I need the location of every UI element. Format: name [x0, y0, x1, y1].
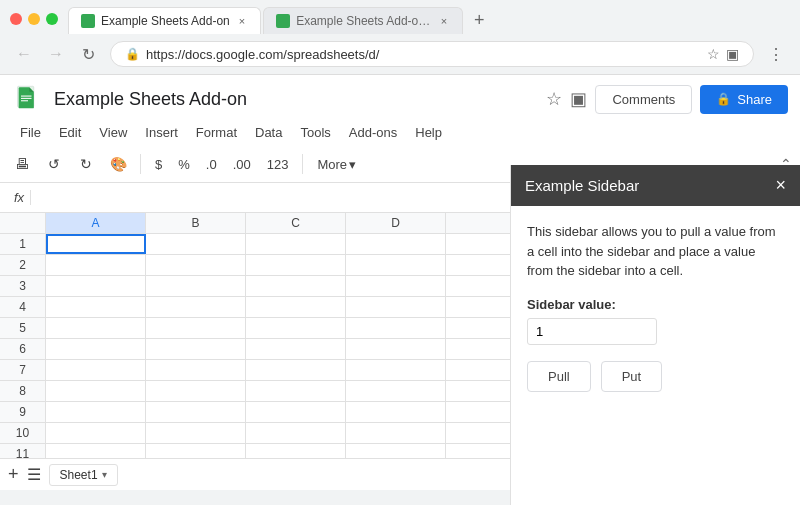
cell-a9[interactable] — [46, 402, 146, 422]
cell-b6[interactable] — [146, 339, 246, 359]
cell-c10[interactable] — [246, 423, 346, 443]
more-button[interactable]: More ▾ — [311, 155, 362, 174]
cell-c9[interactable] — [246, 402, 346, 422]
cell-c8[interactable] — [246, 381, 346, 401]
cell-d4[interactable] — [346, 297, 446, 317]
cell-d2[interactable] — [346, 255, 446, 275]
sheets-list-button[interactable]: ☰ — [27, 465, 41, 484]
decimal-dec-button[interactable]: .0 — [200, 155, 223, 174]
star-button[interactable]: ☆ — [546, 88, 562, 110]
column-header-c[interactable]: C — [246, 213, 346, 233]
cell-c2[interactable] — [246, 255, 346, 275]
sheet-tab[interactable]: Sheet1 ▾ — [49, 464, 118, 486]
cell-d10[interactable] — [346, 423, 446, 443]
row-number-11[interactable]: 11 — [0, 444, 46, 458]
cell-c5[interactable] — [246, 318, 346, 338]
row-number-7[interactable]: 7 — [0, 360, 46, 380]
comments-button[interactable]: Comments — [595, 85, 692, 114]
cell-a10[interactable] — [46, 423, 146, 443]
row-number-1[interactable]: 1 — [0, 234, 46, 254]
reading-list-icon[interactable]: ▣ — [726, 46, 739, 62]
redo-button[interactable]: ↻ — [72, 150, 100, 178]
cell-c11[interactable] — [246, 444, 346, 458]
menu-data[interactable]: Data — [247, 121, 290, 144]
menu-edit[interactable]: Edit — [51, 121, 89, 144]
menu-view[interactable]: View — [91, 121, 135, 144]
cell-a3[interactable] — [46, 276, 146, 296]
cell-d9[interactable] — [346, 402, 446, 422]
row-number-4[interactable]: 4 — [0, 297, 46, 317]
menu-tools[interactable]: Tools — [292, 121, 338, 144]
cell-b5[interactable] — [146, 318, 246, 338]
column-header-b[interactable]: B — [146, 213, 246, 233]
cell-a4[interactable] — [46, 297, 146, 317]
cell-b11[interactable] — [146, 444, 246, 458]
add-sheet-button[interactable]: + — [8, 464, 19, 485]
cell-a7[interactable] — [46, 360, 146, 380]
currency-button[interactable]: $ — [149, 155, 168, 174]
row-number-5[interactable]: 5 — [0, 318, 46, 338]
cell-d5[interactable] — [346, 318, 446, 338]
undo-button[interactable]: ↺ — [40, 150, 68, 178]
cell-b3[interactable] — [146, 276, 246, 296]
address-bar[interactable]: 🔒 https://docs.google.com/spreadsheets/d… — [110, 41, 754, 67]
cell-b4[interactable] — [146, 297, 246, 317]
window-close-btn[interactable] — [10, 13, 22, 25]
browser-tab-active[interactable]: Example Sheets Add-on × — [68, 7, 261, 34]
cell-c6[interactable] — [246, 339, 346, 359]
cell-d3[interactable] — [346, 276, 446, 296]
cell-d7[interactable] — [346, 360, 446, 380]
new-tab-button[interactable]: + — [465, 6, 493, 34]
column-header-d[interactable]: D — [346, 213, 446, 233]
reload-button[interactable]: ↻ — [74, 40, 102, 68]
row-number-6[interactable]: 6 — [0, 339, 46, 359]
cell-c4[interactable] — [246, 297, 346, 317]
sidebar-value-input[interactable] — [527, 318, 657, 345]
window-maximize-btn[interactable] — [46, 13, 58, 25]
decimal-inc-button[interactable]: .00 — [227, 155, 257, 174]
menu-addons[interactable]: Add-ons — [341, 121, 405, 144]
cell-d6[interactable] — [346, 339, 446, 359]
cell-a11[interactable] — [46, 444, 146, 458]
menu-format[interactable]: Format — [188, 121, 245, 144]
cell-b7[interactable] — [146, 360, 246, 380]
bookmark-icon[interactable]: ☆ — [707, 46, 720, 62]
tab-close-1[interactable]: × — [236, 14, 248, 28]
paint-format-button[interactable]: 🎨 — [104, 150, 132, 178]
cell-b8[interactable] — [146, 381, 246, 401]
percent-button[interactable]: % — [172, 155, 196, 174]
column-header-a[interactable]: A — [46, 213, 146, 233]
forward-button[interactable]: → — [42, 40, 70, 68]
cell-c1[interactable] — [246, 234, 346, 254]
row-number-9[interactable]: 9 — [0, 402, 46, 422]
back-button[interactable]: ← — [10, 40, 38, 68]
cell-b2[interactable] — [146, 255, 246, 275]
cell-d8[interactable] — [346, 381, 446, 401]
row-number-2[interactable]: 2 — [0, 255, 46, 275]
row-number-8[interactable]: 8 — [0, 381, 46, 401]
cell-b10[interactable] — [146, 423, 246, 443]
row-number-3[interactable]: 3 — [0, 276, 46, 296]
menu-help[interactable]: Help — [407, 121, 450, 144]
number-format-button[interactable]: 123 — [261, 155, 295, 174]
cell-a1[interactable] — [46, 234, 146, 254]
cell-b9[interactable] — [146, 402, 246, 422]
put-button[interactable]: Put — [601, 361, 663, 392]
cell-a5[interactable] — [46, 318, 146, 338]
cell-d1[interactable] — [346, 234, 446, 254]
cell-a8[interactable] — [46, 381, 146, 401]
sidebar-close-button[interactable]: × — [775, 175, 786, 196]
cell-a2[interactable] — [46, 255, 146, 275]
cell-c7[interactable] — [246, 360, 346, 380]
row-number-10[interactable]: 10 — [0, 423, 46, 443]
menu-insert[interactable]: Insert — [137, 121, 186, 144]
share-button[interactable]: 🔒 Share — [700, 85, 788, 114]
extensions-button[interactable]: ⋮ — [762, 40, 790, 68]
menu-file[interactable]: File — [12, 121, 49, 144]
cell-a6[interactable] — [46, 339, 146, 359]
print-button[interactable]: 🖶 — [8, 150, 36, 178]
cell-c3[interactable] — [246, 276, 346, 296]
cell-b1[interactable] — [146, 234, 246, 254]
pull-button[interactable]: Pull — [527, 361, 591, 392]
tab-close-2[interactable]: × — [438, 14, 450, 28]
